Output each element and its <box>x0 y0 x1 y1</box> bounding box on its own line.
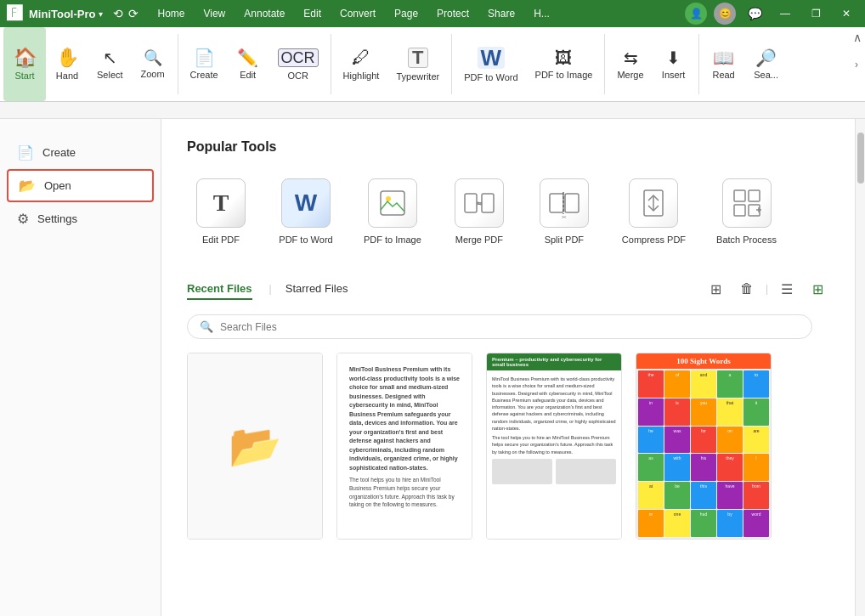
ribbon-highlight-label: Highlight <box>343 71 380 81</box>
sidebar-open-label: Open <box>44 179 71 192</box>
split-pdf-icon-box: ✂ <box>540 178 589 228</box>
add-files-button[interactable]: ⊞ <box>704 277 728 301</box>
create-icon: 📄 <box>194 49 215 66</box>
tool-split-pdf[interactable]: ✂ Split PDF <box>530 172 598 251</box>
settings-sidebar-icon: ⚙ <box>17 211 29 227</box>
svg-rect-3 <box>482 194 494 212</box>
svg-rect-6 <box>550 194 563 212</box>
scrollbar[interactable] <box>855 119 865 616</box>
action-separator: | <box>766 283 768 295</box>
app-brand: MiniTool-Pro <box>29 8 95 20</box>
svg-rect-13 <box>749 190 760 201</box>
avatar-icon[interactable]: 😊 <box>714 3 736 25</box>
search-input[interactable] <box>220 321 800 333</box>
ribbon-edit-label: Edit <box>240 70 256 80</box>
brand-dropdown[interactable]: ▾ <box>99 9 103 19</box>
undo-button[interactable]: ⟲ <box>113 7 123 20</box>
svg-point-1 <box>386 196 391 201</box>
title-bar-controls: 👤 😊 💬 — ❐ ✕ <box>685 2 858 25</box>
sidebar-item-open[interactable]: 📂 Open <box>7 169 154 202</box>
tool-batch-process[interactable]: Batch Process <box>710 172 783 251</box>
ribbon-create[interactable]: 📄 Create <box>182 27 227 101</box>
starred-files-tab[interactable]: Starred Files <box>286 279 348 300</box>
ribbon-sep-5 <box>698 34 699 94</box>
sidebar-item-settings[interactable]: ⚙ Settings <box>0 202 161 235</box>
merge-pdf-icon-box: ⇆ <box>455 178 504 228</box>
sidebar-item-create[interactable]: 📄 Create <box>0 136 161 169</box>
create-sidebar-icon: 📄 <box>17 144 34 161</box>
ribbon-typewriter[interactable]: T Typewriter <box>387 27 448 101</box>
ribbon-select-label: Select <box>97 70 123 80</box>
maximize-button[interactable]: ❐ <box>804 2 828 25</box>
pdf-to-word-icon-box: W <box>281 178 331 228</box>
recent-files-header: Recent Files | Starred Files ⊞ 🗑 | ☰ ⊞ <box>187 277 829 301</box>
ribbon-start[interactable]: 🏠 Start <box>3 27 46 101</box>
ribbon-select[interactable]: ↖ Select <box>88 27 132 101</box>
svg-rect-0 <box>381 191 404 215</box>
ribbon-highlight[interactable]: 🖊 Highlight <box>335 27 388 101</box>
list-view-button[interactable]: ☰ <box>775 277 799 301</box>
title-bar: 🅿 MiniTool-Pro ▾ ⟲ ⟳ Home View Annotate … <box>0 0 865 27</box>
split-pdf-label: Split PDF <box>545 235 584 245</box>
ribbon-read[interactable]: 📖 Read <box>703 27 745 101</box>
ribbon-edit[interactable]: ✏️ Edit <box>227 27 269 101</box>
insert-icon: ⬇ <box>666 49 681 66</box>
read-icon: 📖 <box>713 49 734 66</box>
ribbon-toolbar: 🏠 Start ✋ Hand ↖ Select 🔍 Zoom 📄 Create … <box>0 27 865 102</box>
account-icon[interactable]: 👤 <box>685 3 707 25</box>
redo-button[interactable]: ⟳ <box>128 7 139 20</box>
tools-grid: T Edit PDF W PDF to Word <box>187 172 829 251</box>
zoom-icon: 🔍 <box>144 50 162 65</box>
chat-icon[interactable]: 💬 <box>743 2 766 25</box>
pdf-to-image-icon: 🖼 <box>555 49 572 66</box>
menu-view[interactable]: View <box>195 4 234 23</box>
menu-edit[interactable]: Edit <box>295 4 330 23</box>
file-preview-sightwords: 100 Sight Words the of and a to in is yo… <box>636 353 771 539</box>
file-card-article[interactable]: Premium – productivity and cybersecurity… <box>486 353 622 540</box>
ribbon-pdf-to-word[interactable]: W PDF to Word <box>455 27 526 101</box>
delete-files-button[interactable]: 🗑 <box>735 277 759 301</box>
file-card-empty[interactable]: 📂 <box>187 353 323 540</box>
close-button[interactable]: ✕ <box>834 2 858 25</box>
select-icon: ↖ <box>103 49 117 66</box>
menu-share[interactable]: Share <box>479 4 523 23</box>
minimize-button[interactable]: — <box>773 2 797 25</box>
menu-convert[interactable]: Convert <box>331 4 384 23</box>
menu-page[interactable]: Page <box>386 4 427 23</box>
pdf-to-word-icon: W <box>478 47 506 69</box>
ribbon-ocr[interactable]: OCR OCR <box>269 27 327 101</box>
compress-pdf-icon-box <box>629 178 678 228</box>
open-sidebar-icon: 📂 <box>19 178 36 194</box>
tool-compress-pdf[interactable]: Compress PDF <box>615 172 693 251</box>
ribbon-hand[interactable]: ✋ Hand <box>46 27 88 101</box>
tool-edit-pdf[interactable]: T Edit PDF <box>187 172 255 251</box>
file-card-text[interactable]: MiniTool Business Premium with its world… <box>336 353 472 540</box>
sub-bar <box>0 102 865 119</box>
ribbon-search[interactable]: 🔎 Sea... <box>745 27 788 101</box>
sidebar: 📄 Create 📂 Open ⚙ Settings <box>0 119 161 616</box>
recent-files-tab[interactable]: Recent Files <box>187 279 252 300</box>
tool-pdf-to-image[interactable]: PDF to Image <box>357 172 428 251</box>
tool-merge-pdf[interactable]: ⇆ Merge PDF <box>445 172 513 251</box>
hand-icon: ✋ <box>56 48 79 67</box>
ribbon-collapse-button[interactable]: ∧ <box>853 31 862 44</box>
ribbon-search-label: Sea... <box>754 70 778 80</box>
pdf-to-word-label: PDF to Word <box>279 235 332 245</box>
file-card-sightwords[interactable]: 100 Sight Words the of and a to in is yo… <box>636 353 772 540</box>
search-bar: 🔍 <box>187 314 812 339</box>
grid-view-button[interactable]: ⊞ <box>806 277 829 301</box>
menu-protect[interactable]: Protect <box>428 4 478 23</box>
ribbon-merge[interactable]: ⇆ Merge <box>608 27 652 101</box>
menu-home[interactable]: Home <box>149 4 193 23</box>
ribbon-insert[interactable]: ⬇ Insert <box>653 27 695 101</box>
scrollbar-thumb[interactable] <box>857 133 864 184</box>
menu-h[interactable]: H... <box>525 4 558 23</box>
ribbon-pdf-to-image[interactable]: 🖼 PDF to Image <box>527 27 602 101</box>
typewriter-icon: T <box>408 48 427 68</box>
menu-annotate[interactable]: Annotate <box>235 4 293 23</box>
file-preview-empty: 📂 <box>188 353 322 539</box>
batch-process-svg <box>731 187 763 219</box>
ribbon-sep-3 <box>451 34 452 94</box>
ribbon-zoom[interactable]: 🔍 Zoom <box>132 27 174 101</box>
tool-pdf-to-word[interactable]: W PDF to Word <box>272 172 340 251</box>
